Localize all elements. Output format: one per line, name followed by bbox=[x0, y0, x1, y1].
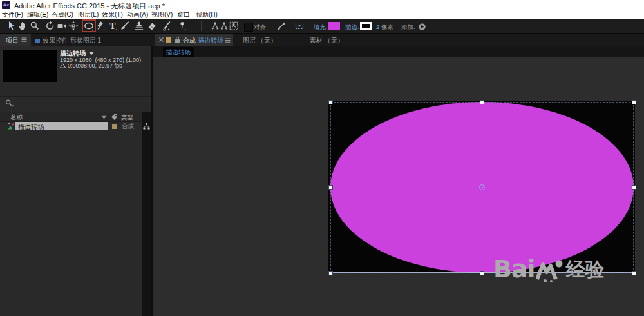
stroke-width-value[interactable]: 2 bbox=[376, 23, 379, 30]
ellipse-tool-icon[interactable] bbox=[83, 20, 95, 32]
add-label[interactable]: 添加: bbox=[401, 23, 415, 32]
hand-tool-icon[interactable] bbox=[17, 20, 28, 32]
handle-bottom-left[interactable] bbox=[328, 271, 333, 275]
handle-bottom-center[interactable] bbox=[480, 271, 484, 275]
window-titlebar: Ae Adobe After Effects CC 2015 - 无标题项目.a… bbox=[0, 0, 644, 19]
window-title: Adobe After Effects CC 2015 - 无标题项目.aep … bbox=[14, 1, 165, 11]
project-preview-duration: 0:00:08:00, 29.97 fps bbox=[60, 63, 122, 69]
anchor-point-dot bbox=[482, 187, 483, 188]
watermark: Bai 经验 bbox=[493, 259, 605, 282]
handle-top-right[interactable] bbox=[632, 100, 636, 104]
fill-label[interactable]: 填充: bbox=[314, 23, 328, 32]
stroke-width-unit: 像素 bbox=[381, 23, 393, 32]
watermark-dot bbox=[550, 280, 553, 282]
watermark-dot bbox=[544, 279, 547, 282]
add-menu-icon[interactable] bbox=[416, 21, 428, 32]
handle-bottom-right[interactable] bbox=[632, 271, 636, 275]
comp-mini-tab[interactable]: 描边转场 bbox=[163, 47, 194, 57]
divider bbox=[0, 96, 151, 97]
menu-help[interactable]: 帮助(H) bbox=[196, 10, 218, 19]
svg-text:T: T bbox=[109, 21, 116, 31]
type-tool-icon[interactable]: T bbox=[107, 20, 118, 32]
project-panel: 描边转场 1920 x 1080 (480 x 270) (1.00) 0:00… bbox=[0, 46, 151, 316]
lock-icon[interactable] bbox=[175, 36, 180, 43]
menu-layer[interactable]: 图层(L) bbox=[78, 10, 99, 19]
menu-window[interactable]: 窗口 bbox=[177, 10, 190, 19]
menu-edit[interactable]: 编辑(E) bbox=[27, 10, 48, 19]
camera-tool-icon[interactable] bbox=[56, 20, 68, 32]
brush-tool-icon[interactable] bbox=[119, 20, 131, 32]
close-icon[interactable] bbox=[158, 37, 164, 43]
project-tab-label: 项目 bbox=[6, 36, 19, 45]
project-preview-dimensions: 1920 x 1080 (480 x 270) (1.00) bbox=[60, 57, 141, 63]
effect-controls-tab[interactable]: 效果控件 形状图层 1 bbox=[43, 36, 101, 45]
selection-tool-icon[interactable] bbox=[5, 20, 17, 32]
handle-top-left[interactable] bbox=[328, 100, 333, 104]
stroke-label[interactable]: 描边: bbox=[345, 23, 359, 32]
handle-top-center[interactable] bbox=[480, 100, 484, 104]
project-tab-menu-icon[interactable] bbox=[21, 36, 27, 43]
resize-arrow-icon[interactable] bbox=[276, 20, 287, 32]
toolbar-divider bbox=[201, 21, 202, 31]
snapping-checkbox[interactable] bbox=[244, 23, 253, 32]
item-name-edit-field[interactable]: 描边转场 bbox=[15, 122, 108, 130]
menu-file[interactable]: 文件(F) bbox=[2, 10, 23, 19]
handle-middle-right[interactable] bbox=[632, 185, 636, 190]
rotate-tool-icon[interactable] bbox=[44, 20, 56, 32]
composition-item-icon bbox=[8, 123, 15, 130]
sort-arrow-icon[interactable] bbox=[101, 115, 107, 119]
layer-tab[interactable]: 图层 （无） bbox=[243, 36, 277, 45]
watermark-logo-icon bbox=[536, 259, 564, 281]
panel-group-icon bbox=[166, 37, 171, 43]
watermark-cjk: 经验 bbox=[566, 259, 605, 280]
pan-behind-tool-icon[interactable] bbox=[68, 20, 79, 32]
menu-view[interactable]: 视图(V) bbox=[151, 10, 173, 19]
menu-animation[interactable]: 动画(A) bbox=[127, 10, 148, 19]
app-icon: Ae bbox=[2, 1, 10, 9]
axis-view-icon[interactable] bbox=[228, 20, 240, 32]
stroke-color-swatch[interactable] bbox=[360, 22, 372, 30]
footage-tab[interactable]: 素材 （无） bbox=[310, 36, 344, 45]
pen-tool-icon[interactable] bbox=[95, 20, 106, 32]
clone-stamp-tool-icon[interactable] bbox=[133, 20, 145, 32]
snapping-label[interactable]: 对齐 bbox=[254, 23, 266, 32]
fill-color-swatch[interactable] bbox=[328, 22, 340, 30]
item-type: 合成 bbox=[122, 123, 134, 131]
zoom-tool-icon[interactable] bbox=[29, 20, 41, 32]
composition-tab-label: 合成 bbox=[183, 36, 196, 45]
roto-brush-tool-icon[interactable] bbox=[161, 20, 173, 32]
project-tab[interactable]: 项目 bbox=[0, 34, 31, 46]
label-color-swatch[interactable] bbox=[112, 124, 117, 129]
label-column-icon[interactable] bbox=[111, 114, 118, 121]
puppet-pin-tool-icon[interactable] bbox=[176, 20, 188, 32]
composition-tab-menu-icon[interactable] bbox=[225, 37, 231, 44]
composition-tab-comp-name: 描边转场 bbox=[198, 36, 223, 45]
search-icon[interactable] bbox=[5, 99, 14, 107]
comp-tab-strip: 描边转场 bbox=[153, 46, 644, 57]
watermark-latin: Bai bbox=[493, 259, 535, 279]
scrollbar-track[interactable] bbox=[142, 112, 151, 316]
effect-controls-tab-icon bbox=[35, 39, 40, 43]
comp-usage-icon bbox=[143, 123, 150, 130]
composition-viewer: 描边转场 Bai 经验 bbox=[153, 46, 644, 316]
handle-middle-left[interactable] bbox=[328, 185, 333, 190]
marquee-box-icon[interactable] bbox=[294, 20, 305, 32]
menu-composition[interactable]: 合成(C) bbox=[52, 10, 73, 19]
eraser-tool-icon[interactable] bbox=[146, 20, 158, 32]
menu-effect[interactable]: 效果(T) bbox=[102, 10, 123, 19]
project-preview-thumbnail bbox=[3, 50, 57, 82]
composition-tab[interactable]: 合成 描边转场 bbox=[155, 34, 233, 46]
